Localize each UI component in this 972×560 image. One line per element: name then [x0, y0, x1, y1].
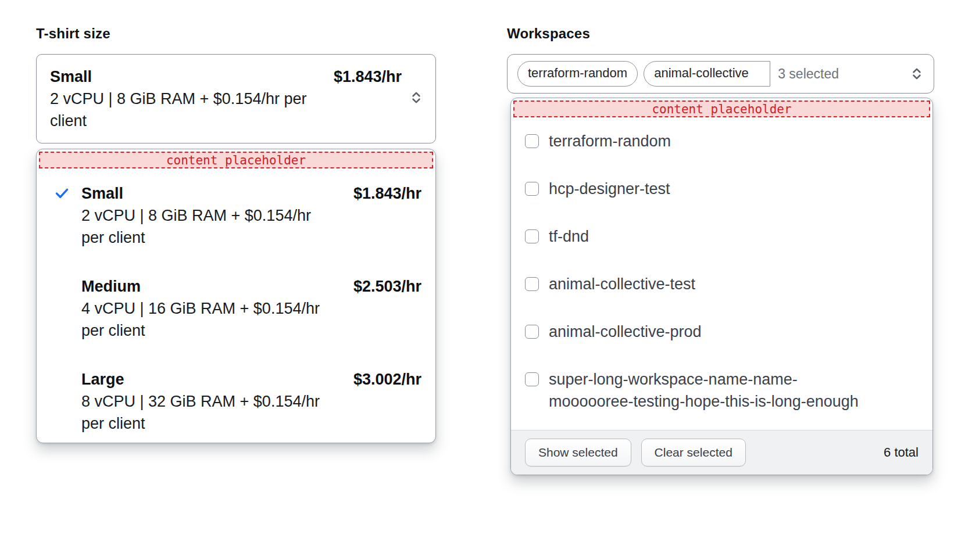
option-body: Small $1.843/hr 2 vCPU | 8 GiB RAM + $0.… [81, 182, 421, 249]
option-name: Medium [81, 275, 141, 297]
option-price: $2.503/hr [353, 275, 421, 297]
total-count: 6 total [884, 445, 919, 460]
option-small[interactable]: Small $1.843/hr 2 vCPU | 8 GiB RAM + $0.… [54, 182, 421, 249]
content-placeholder-banner: content placeholder [513, 100, 930, 117]
workspace-row-terraform-random[interactable]: terraform-random [511, 117, 932, 165]
workspaces-dropdown-panel: content placeholder terraform-random hcp… [510, 98, 933, 475]
checkbox[interactable] [525, 372, 539, 386]
option-medium[interactable]: Medium $2.503/hr 4 vCPU | 16 GiB RAM + $… [54, 275, 421, 342]
selected-option-desc: 2 vCPU | 8 GiB RAM + $0.154/hr per clien… [50, 88, 329, 132]
workspaces-label: Workspaces [507, 26, 934, 42]
option-title-row: Small $1.843/hr [81, 182, 421, 204]
option-title-row: Medium $2.503/hr [81, 275, 421, 297]
tshirt-dropdown-panel: content placeholder Small $1.843/hr 2 vC… [36, 149, 436, 443]
workspace-row-animal-collective-prod[interactable]: animal-collective-prod [511, 308, 932, 356]
option-name: Large [81, 368, 124, 390]
workspaces-list: terraform-random hcp-designer-test tf-dn… [511, 117, 932, 430]
tshirt-size-label: T-shirt size [36, 26, 436, 42]
option-body: Large $3.002/hr 8 vCPU | 32 GiB RAM + $0… [81, 368, 421, 435]
option-desc: 2 vCPU | 8 GiB RAM + $0.154/hr per clien… [81, 204, 326, 249]
workspace-row-super-long-workspace[interactable]: super-long-workspace-name-name-moooooree… [511, 356, 932, 425]
option-desc: 8 vCPU | 32 GiB RAM + $0.154/hr per clie… [81, 390, 326, 435]
workspace-name: super-long-workspace-name-name-moooooree… [549, 368, 877, 412]
workspace-name: tf-dnd [549, 225, 589, 247]
option-price: $3.002/hr [353, 368, 421, 390]
workspaces-panel-footer: Show selected Clear selected 6 total [511, 430, 932, 475]
tshirt-select-trigger[interactable]: Small $1.843/hr 2 vCPU | 8 GiB RAM + $0.… [36, 54, 436, 143]
workspace-row-hcp-designer-test[interactable]: hcp-designer-test [511, 165, 932, 213]
content-placeholder-banner: content placeholder [39, 152, 433, 168]
checkbox[interactable] [525, 325, 539, 339]
workspace-row-animal-collective-test[interactable]: animal-collective-test [511, 260, 932, 308]
show-selected-button[interactable]: Show selected [525, 439, 631, 466]
selected-option-name: Small [50, 66, 92, 88]
checkbox[interactable] [525, 229, 539, 243]
option-name: Small [81, 182, 123, 204]
tag-animal-collective[interactable]: animal-collective [644, 61, 770, 87]
check-placeholder [54, 368, 70, 435]
tag-terraform-random[interactable]: terraform-random [517, 61, 638, 87]
workspaces-field: Workspaces terraform-random animal-colle… [507, 26, 934, 475]
tshirt-size-field: T-shirt size Small $1.843/hr 2 vCPU | 8 … [36, 26, 436, 475]
caret-sort-icon [409, 90, 424, 107]
option-price: $1.843/hr [353, 182, 421, 204]
workspace-name: hcp-designer-test [549, 178, 670, 200]
check-icon [54, 182, 70, 249]
page: T-shirt size Small $1.843/hr 2 vCPU | 8 … [0, 0, 972, 475]
workspace-name: animal-collective-prod [549, 321, 702, 343]
workspace-row-tf-dnd[interactable]: tf-dnd [511, 213, 932, 260]
selected-option-title-row: Small $1.843/hr [50, 66, 402, 88]
check-placeholder [54, 275, 70, 342]
tshirt-options-list: Small $1.843/hr 2 vCPU | 8 GiB RAM + $0.… [37, 168, 435, 435]
workspace-name: animal-collective-test [549, 273, 695, 295]
checkbox[interactable] [525, 134, 539, 148]
checkbox[interactable] [525, 182, 539, 196]
workspaces-multiselect-trigger[interactable]: terraform-random animal-collective 3 sel… [507, 54, 934, 94]
option-title-row: Large $3.002/hr [81, 368, 421, 390]
option-large[interactable]: Large $3.002/hr 8 vCPU | 32 GiB RAM + $0… [54, 368, 421, 435]
selected-count: 3 selected [778, 66, 839, 82]
workspace-name: terraform-random [549, 130, 671, 152]
option-desc: 4 vCPU | 16 GiB RAM + $0.154/hr per clie… [81, 297, 326, 342]
option-body: Medium $2.503/hr 4 vCPU | 16 GiB RAM + $… [81, 275, 421, 342]
clear-selected-button[interactable]: Clear selected [641, 439, 746, 466]
checkbox[interactable] [525, 277, 539, 291]
selected-option-price: $1.843/hr [334, 66, 402, 88]
caret-sort-icon [909, 66, 924, 81]
